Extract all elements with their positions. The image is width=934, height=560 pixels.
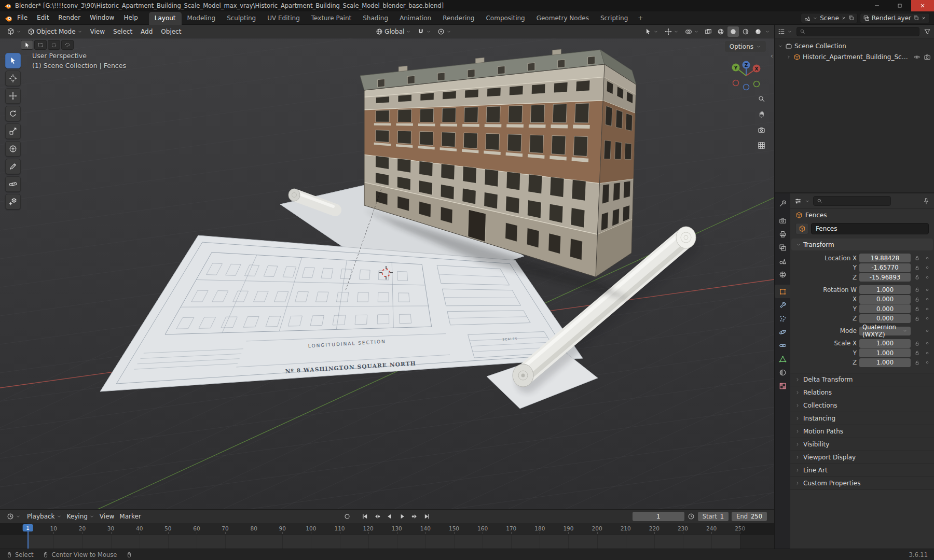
y-lock[interactable] xyxy=(913,350,921,356)
scale-x-lock[interactable] xyxy=(913,341,921,346)
breadcrumb-object-name[interactable]: Fences xyxy=(805,212,827,219)
timeline-menu-marker[interactable]: Marker xyxy=(117,511,143,522)
remove-view-layer-icon[interactable] xyxy=(921,16,926,21)
add-workspace-button[interactable]: + xyxy=(634,12,647,25)
xray-toggle[interactable] xyxy=(703,26,714,37)
tool-rotate-button[interactable] xyxy=(5,106,21,121)
rotation-w-field[interactable]: 1.000 xyxy=(859,285,911,294)
editor-type-button[interactable] xyxy=(4,26,24,37)
section-viewport-display[interactable]: Viewport Display xyxy=(790,451,934,464)
viewport-menu-select[interactable]: Select xyxy=(109,26,136,37)
section-collections[interactable]: Collections xyxy=(790,399,934,412)
workspace-tab-animation[interactable]: Animation xyxy=(394,12,437,25)
y-field[interactable]: 1.000 xyxy=(859,348,911,357)
new-scene-icon[interactable] xyxy=(848,15,854,21)
viewport-menu-add[interactable]: Add xyxy=(136,26,157,37)
select-mode-tweak-button[interactable] xyxy=(21,40,33,50)
properties-editor-icon[interactable] xyxy=(794,198,802,205)
viewport-menu-object[interactable]: Object xyxy=(157,26,185,37)
options-button[interactable]: Options xyxy=(725,41,766,52)
jump-end-button[interactable] xyxy=(421,511,433,522)
tool-measure-button[interactable] xyxy=(5,176,21,192)
play-button[interactable] xyxy=(396,511,408,522)
disclosure-icon[interactable] xyxy=(786,54,791,60)
timeline-menu-view[interactable]: View xyxy=(97,511,117,522)
workspace-tab-uv-editing[interactable]: UV Editing xyxy=(262,12,306,25)
current-frame-line[interactable] xyxy=(28,530,29,549)
y-decorator[interactable] xyxy=(924,306,931,312)
tool-cursor-button[interactable] xyxy=(5,71,21,86)
menu-render[interactable]: Render xyxy=(53,11,85,24)
app-menu-icon[interactable] xyxy=(4,14,12,22)
tab-output[interactable] xyxy=(775,227,790,241)
z-decorator[interactable] xyxy=(924,275,931,280)
outliner-search-input[interactable] xyxy=(796,27,919,36)
shading-wireframe-button[interactable] xyxy=(715,26,726,37)
timeline-body[interactable]: 1020304050607080901001101201301401501601… xyxy=(0,523,774,549)
maximize-button[interactable] xyxy=(888,0,911,11)
tab-physics[interactable] xyxy=(775,325,790,339)
timeline-track[interactable] xyxy=(0,535,774,549)
shading-material-button[interactable] xyxy=(740,26,751,37)
tab-render[interactable] xyxy=(775,214,790,227)
outliner-row-scene-collection[interactable]: Scene Collection xyxy=(775,40,934,51)
section-delta-transform[interactable]: Delta Transform xyxy=(790,373,934,386)
transform-orientation-dropdown[interactable]: Global xyxy=(373,26,414,37)
workspace-tab-rendering[interactable]: Rendering xyxy=(437,12,480,25)
section-line-art[interactable]: Line Art xyxy=(790,464,934,477)
viewport-menu-view[interactable]: View xyxy=(86,26,109,37)
y-decorator[interactable] xyxy=(924,265,931,270)
selectability-dropdown[interactable] xyxy=(642,26,661,37)
workspace-tab-shading[interactable]: Shading xyxy=(357,12,394,25)
select-mode-box-button[interactable] xyxy=(34,40,47,50)
toggle-ortho-button[interactable] xyxy=(755,139,768,152)
x-decorator[interactable] xyxy=(924,297,931,302)
zoom-button[interactable] xyxy=(755,92,768,105)
workspace-tab-scripting[interactable]: Scripting xyxy=(595,12,634,25)
axis-neg-z[interactable] xyxy=(744,85,749,90)
gizmos-dropdown[interactable] xyxy=(662,26,681,37)
tab-modifiers[interactable] xyxy=(775,298,790,312)
y-field[interactable]: -1.65770 xyxy=(859,263,911,272)
view-layer-selector[interactable]: RenderLayer xyxy=(860,13,930,23)
current-frame-badge[interactable]: 1 xyxy=(22,524,33,531)
tool-transform-button[interactable] xyxy=(5,141,21,157)
location-x-field[interactable]: 19.88428 xyxy=(859,254,911,262)
tab-scene[interactable] xyxy=(775,254,790,268)
axis-neg-x[interactable] xyxy=(733,80,739,86)
x-field[interactable]: 0.000 xyxy=(859,295,911,304)
scale-x-field[interactable]: 1.000 xyxy=(859,339,911,348)
x-lock[interactable] xyxy=(913,297,921,302)
filter-icon[interactable] xyxy=(924,28,931,35)
rotation-w-lock[interactable] xyxy=(913,287,921,292)
object-name-field[interactable]: Fences xyxy=(811,223,929,234)
properties-search-input[interactable] xyxy=(813,196,891,206)
y-lock[interactable] xyxy=(913,306,921,312)
select-mode-lasso-button[interactable] xyxy=(61,40,74,50)
tab-tool[interactable] xyxy=(775,197,790,210)
z-lock[interactable] xyxy=(913,360,921,366)
tab-material[interactable] xyxy=(775,366,790,379)
z-field[interactable]: 0.000 xyxy=(859,314,911,323)
z-decorator[interactable] xyxy=(924,316,931,321)
menu-edit[interactable]: Edit xyxy=(32,11,53,24)
sidebar-collapse-arrow[interactable]: ‹ xyxy=(771,52,773,60)
section-visibility[interactable]: Visibility xyxy=(790,438,934,451)
jump-start-button[interactable] xyxy=(359,511,370,522)
close-button[interactable] xyxy=(911,0,934,11)
proportional-editing-dropdown[interactable] xyxy=(435,26,454,37)
workspace-tab-modeling[interactable]: Modeling xyxy=(182,12,222,25)
section-motion-paths[interactable]: Motion Paths xyxy=(790,425,934,438)
workspace-tab-geometry-nodes[interactable]: Geometry Nodes xyxy=(531,12,595,25)
menu-file[interactable]: File xyxy=(12,11,32,24)
y-lock[interactable] xyxy=(913,265,921,271)
shading-solid-button[interactable] xyxy=(727,26,739,37)
menu-window[interactable]: Window xyxy=(85,11,119,24)
z-field[interactable]: -15.96893 xyxy=(859,273,911,282)
section-custom-properties[interactable]: Custom Properties xyxy=(790,477,934,490)
z-lock[interactable] xyxy=(913,274,921,280)
auto-keying-toggle[interactable] xyxy=(341,511,353,522)
unlink-scene-icon[interactable] xyxy=(841,16,846,21)
tab-texture[interactable] xyxy=(775,379,790,393)
end-frame-field[interactable]: End 250 xyxy=(732,512,767,521)
